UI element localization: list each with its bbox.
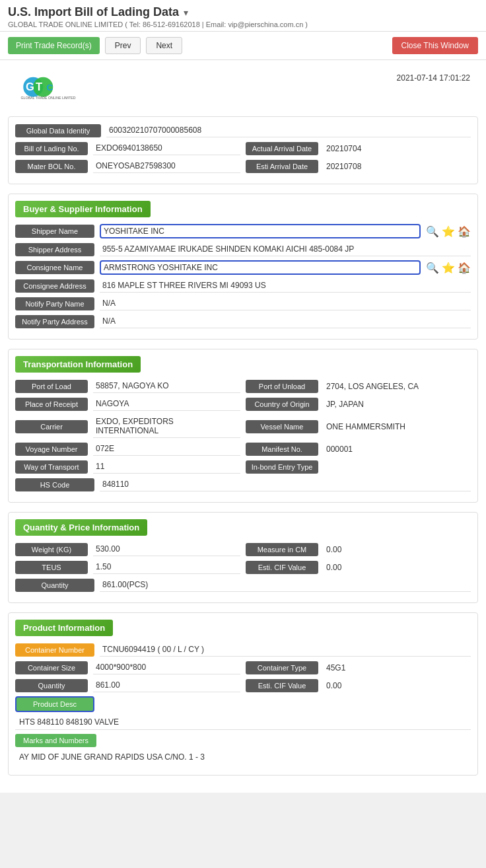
way-of-transport-label: Way of Transport	[15, 460, 88, 474]
svg-text:G: G	[26, 81, 34, 92]
container-size-field: Container Size 4000*900*800	[15, 661, 240, 674]
shipper-name-row: Shipper Name YOSHITAKE INC 🔍 ⭐ 🏠	[15, 224, 471, 238]
port-row: Port of Load 58857, NAGOYA KO Port of Un…	[15, 379, 471, 393]
bol-row: Bill of Lading No. EXDO6940138650 Actual…	[15, 141, 471, 155]
master-bol-field: Mater BOL No. ONEYOSAB27598300	[15, 159, 240, 173]
next-button[interactable]: Next	[146, 37, 182, 54]
shipper-address-row: Shipper Address 955-5 AZAMIYAMAE IRUKADE…	[15, 242, 471, 256]
consignee-address-row: Consignee Address 816 MAPLE ST THREE RIV…	[15, 279, 471, 293]
way-of-transport-value: 11	[93, 460, 240, 474]
place-country-row: Place of Receipt NAGOYA Country of Origi…	[15, 397, 471, 411]
esti-arrival-label: Esti Arrival Date	[246, 160, 318, 173]
close-button[interactable]: Close This Window	[392, 37, 478, 54]
product-qty-field: Quantity 861.00	[15, 678, 240, 692]
quantity-price-section-header: Quantity & Price Information	[15, 519, 147, 536]
port-of-load-field: Port of Load 58857, NAGOYA KO	[15, 379, 240, 393]
actual-arrival-value: 20210704	[324, 142, 471, 155]
product-desc-label: Product Desc	[15, 696, 94, 712]
manifest-no-label: Manifest No.	[246, 443, 318, 456]
timestamp: 2021-07-14 17:01:22	[397, 73, 470, 83]
quantity-row: Quantity 861.00(PCS)	[15, 578, 471, 592]
esti-arrival-value: 20210708	[324, 160, 471, 173]
place-of-receipt-value: NAGOYA	[93, 397, 240, 411]
hs-code-value: 848110	[100, 478, 471, 491]
container-size-value: 4000*900*800	[93, 661, 240, 674]
vessel-name-field: Vessel Name ONE HAMMERSMITH	[246, 415, 471, 438]
notify-party-address-value: N/A	[100, 314, 471, 328]
shipper-home-icon[interactable]: 🏠	[458, 225, 471, 238]
global-data-identity-label: Global Data Identity	[15, 124, 101, 137]
esti-cif-field: Esti. CIF Value 0.00	[246, 560, 471, 574]
vessel-name-value: ONE HAMMERSMITH	[324, 420, 471, 433]
manifest-no-field: Manifest No. 000001	[246, 442, 471, 456]
way-inbond-row: Way of Transport 11 In-bond Entry Type	[15, 460, 471, 474]
carrier-label: Carrier	[15, 420, 88, 433]
consignee-search-icon[interactable]: 🔍	[426, 262, 439, 274]
bill-of-lading-field: Bill of Lading No. EXDO6940138650	[15, 141, 240, 155]
consignee-star-icon[interactable]: ⭐	[442, 262, 455, 274]
hs-code-row: HS Code 848110	[15, 478, 471, 491]
place-of-receipt-field: Place of Receipt NAGOYA	[15, 397, 240, 411]
actual-arrival-label: Actual Arrival Date	[246, 142, 318, 155]
way-of-transport-field: Way of Transport 11	[15, 460, 240, 474]
buyer-supplier-section-header: Buyer & Supplier Information	[15, 201, 151, 217]
shipper-star-icon[interactable]: ⭐	[442, 225, 455, 238]
basic-info-card: Global Data Identity 6003202107070000856…	[8, 116, 478, 184]
shipper-name-label: Shipper Name	[15, 225, 94, 238]
global-data-identity-row: Global Data Identity 6003202107070000856…	[15, 124, 471, 137]
country-of-origin-field: Country of Origin JP, JAPAN	[246, 397, 471, 411]
logo-section: G T C GLOBAL TRADE ONLINE LIMITED 2021-0…	[8, 68, 478, 108]
bill-of-lading-value: EXDO6940138650	[93, 141, 240, 155]
in-bond-entry-label: In-bond Entry Type	[246, 460, 318, 474]
measure-field: Measure in CM 0.00	[246, 542, 471, 556]
container-number-row: Container Number TCNU6094419 ( 00 / L / …	[15, 643, 471, 657]
notify-party-address-label: Notify Party Address	[15, 315, 94, 328]
shipper-search-icon[interactable]: 🔍	[426, 225, 439, 238]
container-size-type-row: Container Size 4000*900*800 Container Ty…	[15, 661, 471, 674]
master-bol-row: Mater BOL No. ONEYOSAB27598300 Esti Arri…	[15, 159, 471, 173]
notify-party-name-label: Notify Party Name	[15, 297, 94, 310]
prev-button[interactable]: Prev	[105, 37, 141, 54]
port-of-load-label: Port of Load	[15, 380, 88, 393]
container-type-field: Container Type 45G1	[246, 661, 471, 674]
product-qty-label: Quantity	[15, 679, 88, 692]
consignee-home-icon[interactable]: 🏠	[458, 262, 471, 274]
product-qty-cif-row: Quantity 861.00 Esti. CIF Value 0.00	[15, 678, 471, 692]
transportation-section-header: Transportation Information	[15, 356, 141, 373]
esti-cif-value: 0.00	[324, 561, 471, 574]
container-number-label: Container Number	[15, 643, 94, 657]
marks-numbers-label: Marks and Numbers	[15, 734, 96, 747]
notify-party-name-value: N/A	[100, 297, 471, 310]
product-cif-label: Esti. CIF Value	[246, 679, 318, 692]
port-of-load-value: 58857, NAGOYA KO	[93, 379, 240, 393]
teus-cif-row: TEUS 1.50 Esti. CIF Value 0.00	[15, 560, 471, 574]
product-card: Product Information Container Number TCN…	[8, 612, 478, 776]
marks-numbers-section: Marks and Numbers AY MID OF JUNE GRAND R…	[15, 734, 471, 764]
carrier-vessel-row: Carrier EXDO, EXPEDITORS INTERNATIONAL V…	[15, 415, 471, 438]
teus-field: TEUS 1.50	[15, 560, 240, 574]
weight-label: Weight (KG)	[15, 543, 88, 556]
esti-arrival-field: Esti Arrival Date 20210708	[246, 159, 471, 173]
product-qty-value: 861.00	[93, 678, 240, 692]
print-button[interactable]: Print Trade Record(s)	[8, 37, 100, 54]
teus-value: 1.50	[93, 560, 240, 574]
vessel-name-label: Vessel Name	[246, 420, 318, 433]
notify-party-address-row: Notify Party Address N/A	[15, 314, 471, 328]
shipper-address-value: 955-5 AZAMIYAMAE IRUKADE SHINDEN KOMAKI …	[100, 242, 471, 256]
esti-cif-label: Esti. CIF Value	[246, 561, 318, 574]
country-of-origin-value: JP, JAPAN	[324, 398, 471, 411]
weight-measure-row: Weight (KG) 530.00 Measure in CM 0.00	[15, 542, 471, 556]
global-data-identity-value: 600320210707000085608	[106, 124, 471, 137]
consignee-name-value: ARMSTRONG YOSHITAKE INC	[100, 260, 421, 275]
company-info: GLOBAL TRADE ONLINE LIMITED ( Tel: 86-51…	[8, 20, 478, 28]
logo-image: G T C GLOBAL TRADE ONLINE LIMITED	[16, 73, 95, 103]
port-of-unload-value: 2704, LOS ANGELES, CA	[324, 380, 471, 393]
consignee-address-label: Consignee Address	[15, 279, 94, 293]
title-arrow: ▾	[184, 7, 188, 18]
marks-numbers-value: AY MID OF JUNE GRAND RAPIDS USA C/NO. 1 …	[15, 750, 471, 764]
port-of-unload-label: Port of Unload	[246, 380, 318, 393]
voyage-number-value: 072E	[93, 442, 240, 456]
page-title: U.S. Import Bill of Lading Data	[8, 5, 179, 19]
carrier-field: Carrier EXDO, EXPEDITORS INTERNATIONAL	[15, 415, 240, 438]
shipper-name-value: YOSHITAKE INC	[100, 224, 421, 238]
